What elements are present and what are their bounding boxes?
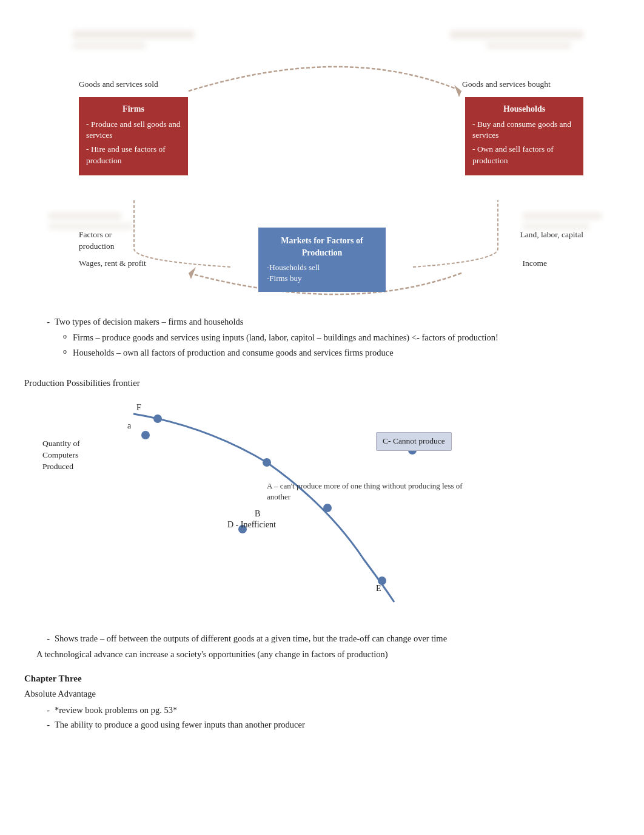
note-sub-2: o Households – own all factors of produc… [36,347,620,359]
label-land-labor: Land, labor, capital [520,229,583,241]
markets-title: Markets for Factors of Production [267,235,377,259]
ppf-para-1: A technological advance can increase a s… [36,648,620,660]
label-goods-sold: Goods and services sold [79,79,176,90]
label-wages: Wages, rent & profit [79,258,146,269]
circle-2: o [61,347,73,359]
ppf-section: Production Possibilities frontier Quanti… [24,377,620,661]
ppf-note-text-1: Shows trade – off between the outputs of… [55,632,447,644]
chapter-title: Chapter Three [24,672,620,685]
ppf-title: Production Possibilities frontier [24,377,620,390]
ppf-point-D: D - Inefficient [227,519,276,531]
label-goods-bought: Goods and services bought [462,79,583,90]
note-sub-text-1: Firms – produce goods and services using… [73,331,498,343]
chapter-item-2: The ability to produce a good using fewe… [55,718,305,731]
svg-point-5 [323,504,332,512]
chapter-bullet-1: - *review book problems on pg. 53* [36,704,620,716]
households-list: Buy and consume goods and services Own a… [472,119,576,167]
chapter-notes: - *review book problems on pg. 53* - The… [24,704,620,731]
ppf-callout-A: A – can't produce more of one thing with… [267,481,485,502]
svg-point-3 [141,431,150,439]
chapter-section: Chapter Three Absolute Advantage - *revi… [24,672,620,731]
firms-item-2: Hire and use factors of production [86,144,181,167]
firms-title: Firms [86,103,181,115]
ppf-point-E: E [376,583,381,595]
circular-flow-diagram: Goods and services sold Goods and servic… [24,12,620,303]
notes-section: - Two types of decision makers – firms a… [24,316,620,359]
households-item-2: Own and sell factors of production [472,144,576,167]
svg-point-4 [263,458,271,467]
chapter-bullet-2: - The ability to produce a good using fe… [36,718,620,731]
ppf-container: Quantity of Computers Produced F [49,402,570,620]
firms-list: Produce and sell goods and services Hire… [86,119,181,167]
circle-1: o [61,331,73,343]
households-item-1: Buy and consume goods and services [472,119,576,142]
label-factors-production: Factors orproduction [79,229,115,252]
ppf-notes: - Shows trade – off between the outputs … [24,632,620,661]
firms-box: Firms Produce and sell goods and service… [79,97,188,175]
chapter-subtitle: Absolute Advantage [24,688,620,700]
note-sub-text-2: Households – own all factors of producti… [73,347,394,359]
ppf-point-B: B [255,508,260,520]
markets-sub: -Households sell -Firms buy [267,262,377,284]
note-bullet-1: - Two types of decision makers – firms a… [36,316,620,328]
ppf-bullet-1: - Shows trade – off between the outputs … [36,632,620,644]
svg-marker-1 [189,267,196,279]
chapter-item-1: *review book problems on pg. 53* [55,704,177,716]
ppf-point-a: a [127,420,131,432]
label-income: Income [523,258,547,269]
firms-item-1: Produce and sell goods and services [86,119,181,142]
ppf-dash-1: - [36,632,55,644]
households-title: Households [472,103,576,115]
ppf-callout-C: C- Cannot produce [376,432,452,451]
ch-dash-1: - [36,704,55,716]
dash-1: - [36,316,55,328]
ppf-point-F: F [136,402,141,414]
ch-dash-2: - [36,718,55,731]
households-box: Households Buy and consume goods and ser… [465,97,583,175]
note-text-1: Two types of decision makers – firms and… [55,316,244,328]
svg-point-2 [153,414,162,423]
svg-marker-0 [454,85,461,97]
markets-factors-box: Markets for Factors of Production -House… [258,228,386,292]
note-sub-1: o Firms – produce goods and services usi… [36,331,620,343]
